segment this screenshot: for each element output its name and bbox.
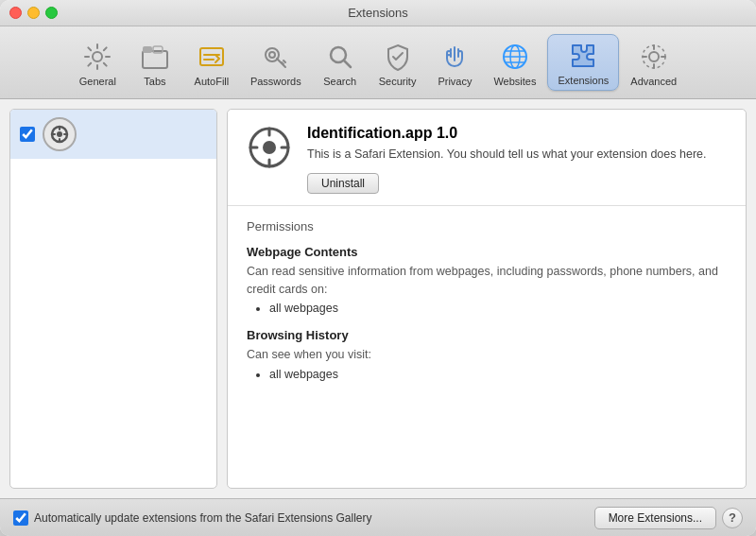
globe-icon: [498, 40, 532, 74]
gear-icon: [80, 40, 114, 74]
more-extensions-button[interactable]: More Extensions...: [594, 507, 716, 529]
help-button[interactable]: ?: [722, 508, 743, 528]
svg-point-6: [269, 52, 275, 58]
permissions-section: Permissions Webpage Contents Can read se…: [228, 206, 746, 407]
toolbar-label-autofill: AutoFill: [195, 76, 230, 87]
content-area: Identification.app 1.0 This is a Safari …: [0, 99, 756, 498]
close-button[interactable]: [9, 7, 22, 19]
key-icon: [259, 40, 293, 74]
minimize-button[interactable]: [27, 7, 40, 19]
uninstall-button[interactable]: Uninstall: [307, 173, 379, 194]
toolbar-label-privacy: Privacy: [438, 76, 472, 87]
toolbar-label-extensions: Extensions: [558, 75, 609, 86]
perm-list-item: all webpages: [269, 302, 727, 315]
perm-group-title-0: Webpage Contents: [247, 245, 727, 259]
bottom-bar-right: More Extensions... ?: [594, 507, 743, 529]
advanced-icon: [637, 40, 671, 74]
extension-app-icon: [247, 125, 292, 170]
svg-point-0: [93, 52, 102, 61]
svg-point-10: [649, 52, 659, 61]
window-title: Extensions: [348, 6, 408, 20]
svg-point-15: [263, 141, 276, 154]
window-controls: [9, 7, 58, 19]
toolbar-item-passwords[interactable]: Passwords: [241, 36, 311, 91]
toolbar-item-extensions[interactable]: Extensions: [547, 34, 619, 91]
extension-detail-panel: Identification.app 1.0 This is a Safari …: [227, 109, 747, 489]
puzzle-icon: [566, 39, 600, 73]
perm-group-desc-0: Can read sensitive information from webp…: [247, 263, 727, 299]
toolbar: General Tabs AutoFill: [0, 26, 756, 99]
perm-list-0: all webpages: [247, 302, 727, 315]
svg-rect-4: [200, 48, 223, 65]
titlebar: Extensions: [0, 0, 756, 26]
permission-group-history: Browsing History Can see when you visit:…: [247, 328, 727, 381]
toolbar-item-advanced[interactable]: Advanced: [621, 36, 686, 91]
tabs-icon: [138, 40, 172, 74]
autofill-icon: [195, 40, 229, 74]
toolbar-label-passwords: Passwords: [250, 76, 301, 87]
perm-list-item: all webpages: [269, 368, 727, 381]
extension-description: This is a Safari Extension. You should t…: [307, 146, 727, 164]
permissions-title: Permissions: [247, 219, 727, 233]
toolbar-item-autofill[interactable]: AutoFill: [184, 36, 239, 91]
hand-icon: [438, 40, 472, 74]
toolbar-label-general: General: [79, 76, 116, 87]
toolbar-label-advanced: Advanced: [630, 76, 677, 87]
svg-point-13: [57, 131, 62, 137]
search-toolbar-icon: [323, 40, 357, 74]
toolbar-item-general[interactable]: General: [70, 36, 126, 91]
extension-name: Identification.app 1.0: [307, 125, 727, 142]
perm-list-1: all webpages: [247, 368, 727, 381]
perm-group-desc-1: Can see when you visit:: [247, 346, 727, 364]
sidebar-extension-item[interactable]: [10, 110, 216, 159]
toolbar-label-security: Security: [379, 76, 417, 87]
toolbar-item-search[interactable]: Search: [313, 36, 368, 91]
extension-info: Identification.app 1.0 This is a Safari …: [307, 125, 727, 194]
extension-checkbox[interactable]: [20, 127, 35, 142]
extension-header: Identification.app 1.0 This is a Safari …: [228, 110, 746, 206]
maximize-button[interactable]: [45, 7, 58, 19]
bottom-bar: Automatically update extensions from the…: [0, 498, 756, 536]
auto-update-checkbox[interactable]: [13, 510, 28, 526]
perm-group-title-1: Browsing History: [247, 328, 727, 342]
extension-sidebar-icon: [43, 117, 77, 151]
toolbar-item-tabs[interactable]: Tabs: [128, 36, 182, 91]
extensions-sidebar: [9, 109, 217, 489]
toolbar-label-search: Search: [323, 76, 356, 87]
toolbar-item-security[interactable]: Security: [369, 36, 426, 91]
toolbar-label-tabs: Tabs: [144, 76, 165, 87]
toolbar-item-websites[interactable]: Websites: [484, 36, 545, 91]
toolbar-item-privacy[interactable]: Privacy: [427, 36, 482, 91]
safari-preferences-window: Extensions General Tabs: [0, 0, 756, 536]
shield-icon: [381, 40, 415, 74]
svg-rect-2: [143, 46, 152, 53]
toolbar-label-websites: Websites: [493, 76, 536, 87]
auto-update-label: Automatically update extensions from the…: [34, 511, 372, 525]
bottom-bar-left: Automatically update extensions from the…: [13, 510, 587, 526]
permission-group-webpage: Webpage Contents Can read sensitive info…: [247, 245, 727, 316]
